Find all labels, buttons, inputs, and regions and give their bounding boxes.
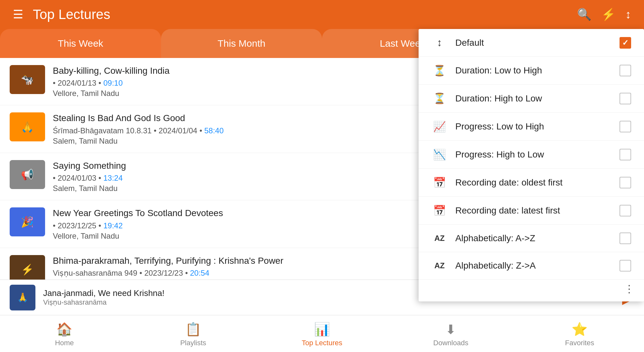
header-right: 🔍 ⚡ ↕: [577, 8, 631, 21]
sort-icon[interactable]: ↕: [625, 8, 631, 21]
duration-high-low-icon: ⏳: [431, 92, 448, 105]
recording-latest-icon: 📅: [431, 205, 448, 217]
downloads-icon: ⬇: [445, 322, 456, 337]
tab-this-month[interactable]: This Month: [161, 29, 322, 58]
sort-recording-oldest-label: Recording date: oldest first: [455, 177, 612, 188]
now-playing-thumbnail: 🙏: [10, 285, 35, 310]
sort-checkbox-duration-high[interactable]: [620, 93, 631, 104]
nav-item-downloads[interactable]: ⬇ Downloads: [386, 315, 515, 352]
sort-item-progress-high-low[interactable]: 📉 Progress: High to Low: [419, 141, 644, 169]
more-icon: ⋮: [624, 283, 634, 295]
sort-item-alpha-az[interactable]: AZ Alphabetically: A->Z: [419, 225, 644, 252]
nav-label-top-lectures: Top Lectures: [302, 339, 342, 347]
sort-recording-latest-label: Recording date: latest first: [455, 205, 612, 216]
sort-checkbox-progress-high[interactable]: [620, 149, 631, 160]
sort-alpha-za-label: Alphabetically: Z->A: [455, 261, 612, 271]
playlists-icon: 📋: [185, 322, 201, 337]
progress-high-low-icon: 📉: [431, 148, 448, 161]
sort-item-duration-high-low[interactable]: ⏳ Duration: High to Low: [419, 85, 644, 113]
sort-item-default[interactable]: ↕ Default: [419, 29, 644, 57]
sort-checkbox-duration-low[interactable]: [620, 65, 631, 76]
sort-default-icon: ↕: [431, 37, 448, 49]
sort-checkbox-alpha-az[interactable]: [620, 233, 631, 244]
lecture-thumbnail: ⚡: [10, 255, 45, 280]
sort-item-duration-low-high[interactable]: ⏳ Duration: Low to High: [419, 57, 644, 85]
sort-item-progress-low-high[interactable]: 📈 Progress: Low to High: [419, 113, 644, 141]
app-header: ☰ Top Lectures 🔍 ⚡ ↕: [0, 0, 644, 29]
nav-label-favorites: Favorites: [565, 339, 594, 347]
sort-checkbox-recording-oldest[interactable]: [620, 177, 631, 188]
sort-duration-high-low-label: Duration: High to Low: [455, 93, 612, 104]
sort-duration-low-high-label: Duration: Low to High: [455, 65, 612, 76]
nav-label-downloads: Downloads: [433, 339, 469, 347]
bottom-nav: 🏠 Home 📋 Playlists 📊 Top Lectures ⬇ Down…: [0, 315, 644, 352]
sort-item-recording-latest[interactable]: 📅 Recording date: latest first: [419, 197, 644, 225]
nav-label-home: Home: [55, 339, 74, 347]
nav-item-favorites[interactable]: ⭐ Favorites: [515, 315, 644, 352]
app-title: Top Lectures: [33, 7, 110, 22]
lecture-thumbnail: 🙏: [10, 112, 45, 141]
sort-checkbox-alpha-za[interactable]: [620, 260, 631, 271]
sort-dropdown: ↕ Default ⏳ Duration: Low to High ⏳ Dura…: [419, 29, 644, 301]
alpha-za-icon: AZ: [431, 261, 448, 270]
sort-progress-low-high-label: Progress: Low to High: [455, 121, 612, 132]
duration-low-high-icon: ⏳: [431, 64, 448, 77]
hamburger-icon[interactable]: ☰: [13, 8, 23, 21]
lecture-thumbnail: 🐄: [10, 65, 45, 94]
sort-checkbox-recording-latest[interactable]: [620, 205, 631, 216]
sort-progress-high-low-label: Progress: High to Low: [455, 149, 612, 160]
lecture-thumbnail: 🎉: [10, 207, 45, 236]
header-left: ☰ Top Lectures: [13, 7, 110, 22]
nav-item-top-lectures[interactable]: 📊 Top Lectures: [258, 315, 386, 352]
search-icon[interactable]: 🔍: [577, 8, 592, 21]
favorites-icon: ⭐: [572, 322, 588, 337]
sort-more-button[interactable]: ⋮: [419, 280, 644, 301]
sort-checkbox-progress-low[interactable]: [620, 121, 631, 132]
nav-item-playlists[interactable]: 📋 Playlists: [129, 315, 258, 352]
filter-icon[interactable]: ⚡: [601, 8, 616, 21]
alpha-az-icon: AZ: [431, 234, 448, 243]
recording-oldest-icon: 📅: [431, 176, 448, 189]
home-icon: 🏠: [56, 322, 72, 337]
top-lectures-icon: 📊: [314, 322, 330, 337]
nav-item-home[interactable]: 🏠 Home: [0, 315, 129, 352]
nav-label-playlists: Playlists: [180, 339, 206, 347]
sort-alpha-az-label: Alphabetically: A->Z: [455, 233, 612, 243]
lecture-thumbnail: 📢: [10, 160, 45, 189]
sort-item-alpha-za[interactable]: AZ Alphabetically: Z->A: [419, 252, 644, 280]
tab-this-week[interactable]: This Week: [0, 29, 161, 58]
sort-checkbox-default[interactable]: [620, 37, 631, 49]
sort-item-recording-oldest[interactable]: 📅 Recording date: oldest first: [419, 169, 644, 197]
progress-low-high-icon: 📈: [431, 120, 448, 133]
sort-default-label: Default: [455, 38, 612, 48]
